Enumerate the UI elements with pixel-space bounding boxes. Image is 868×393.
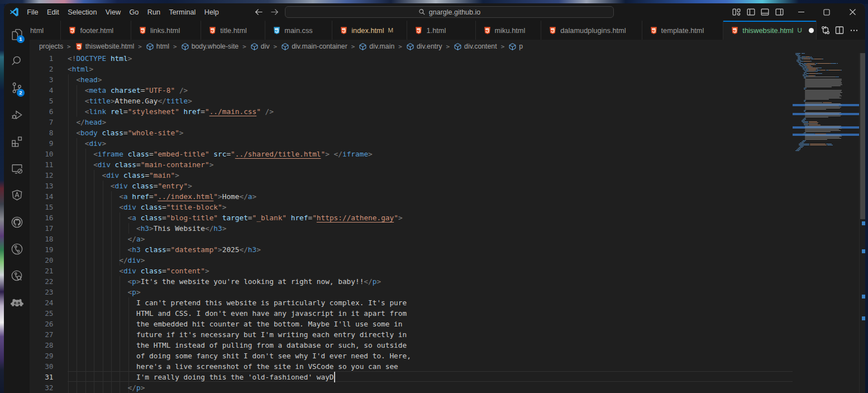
tab-label: title.html: [220, 26, 247, 35]
symbol-element-icon: [508, 42, 517, 51]
line-number: 24: [30, 297, 54, 308]
tab-footer.html[interactable]: footer.html: [61, 21, 131, 40]
activity-item-angular[interactable]: [4, 182, 30, 209]
line-number: 13: [30, 181, 54, 191]
menu-run[interactable]: Run: [143, 6, 165, 18]
split-editor-icon[interactable]: [835, 26, 844, 35]
minimap-line: [821, 68, 822, 68]
tab-template.html[interactable]: template.html: [642, 21, 724, 40]
symbol-element-icon: [281, 42, 289, 51]
tab-miku.html[interactable]: miku.html: [476, 21, 542, 40]
minimap-line: [811, 59, 813, 59]
line-number: 17: [30, 223, 54, 234]
tab-links.html[interactable]: links.html: [131, 21, 201, 40]
extensions-icon: [10, 135, 24, 149]
line-number: 20: [30, 255, 54, 266]
vscode-logo-icon[interactable]: [9, 7, 19, 17]
menu-selection[interactable]: Selection: [64, 6, 102, 18]
menu-edit[interactable]: Edit: [42, 6, 63, 18]
command-center-text: gnargle.github.io: [429, 8, 480, 16]
minimap-line: [827, 145, 833, 145]
history-navigation: [255, 3, 279, 21]
activity-item-remote-explorer[interactable]: [4, 155, 30, 182]
code-editor[interactable]: 1<!DOCTYPE html>2<html>3 <head>4 <meta c…: [30, 53, 865, 393]
line-number: 3: [30, 74, 54, 85]
tab-title.html[interactable]: title.html: [201, 21, 265, 40]
desktop-wallpaper-left: [0, 4, 4, 393]
desktop-wallpaper-right: [865, 4, 868, 393]
code-line-10: <iframe class="embed-title" src="../shar…: [68, 149, 373, 159]
minimap-line: [837, 63, 838, 64]
scrollbar-thumb[interactable]: [860, 53, 866, 219]
symbol-element-icon: [181, 42, 189, 51]
back-arrow-icon[interactable]: [255, 8, 263, 16]
tab-main.css[interactable]: main.css: [265, 21, 332, 40]
breadcrumb-item-div.entry[interactable]: div.entry: [406, 42, 442, 51]
menu-help[interactable]: Help: [200, 6, 223, 18]
overview-decoration: [862, 295, 865, 299]
line-number: 22: [30, 276, 54, 287]
activity-item-git-history[interactable]: [4, 262, 30, 289]
activity-item-search[interactable]: [4, 48, 30, 74]
activity-item-explorer[interactable]: 1: [4, 21, 30, 48]
breadcrumb-item-thiswebsite.html[interactable]: thiswebsite.html: [75, 42, 134, 51]
activity-item-godot-tools[interactable]: [4, 289, 30, 316]
breadcrumb-separator: >: [351, 43, 355, 50]
activity-item-source-control[interactable]: 2: [4, 74, 30, 101]
toggle-panel-icon[interactable]: [761, 8, 769, 16]
breadcrumb-item-div.content[interactable]: div.content: [454, 42, 497, 51]
menu-terminal[interactable]: Terminal: [165, 6, 200, 18]
line-number: 29: [30, 351, 54, 361]
overview-decoration: [862, 249, 865, 253]
command-center-search[interactable]: gnargle.github.io: [285, 6, 614, 18]
toggle-sidebar-icon[interactable]: [747, 8, 755, 16]
breadcrumb-item-p[interactable]: p: [508, 42, 523, 51]
tab-dalamudplugins.html[interactable]: dalamudplugins.html: [541, 21, 642, 40]
tab-index.html[interactable]: index.htmlM: [332, 21, 407, 40]
breadcrumb-label: div.main-container: [292, 42, 347, 50]
minimap[interactable]: [793, 53, 859, 393]
code-line-6: <link rel="stylesheet" href="../main.css…: [68, 106, 274, 117]
code-line-28: the HTML instead of pulling from a datab…: [68, 340, 407, 351]
toggle-secondary-sidebar-icon[interactable]: [775, 8, 784, 16]
symbol-element-icon: [406, 42, 414, 51]
breadcrumb-item-body.whole-site[interactable]: body.whole-site: [181, 42, 239, 51]
minimap-line: [833, 63, 836, 64]
dirty-indicator-dot[interactable]: [809, 28, 814, 33]
maximize-button[interactable]: [814, 3, 840, 21]
activity-item-git-graph[interactable]: [4, 235, 30, 262]
close-button[interactable]: [840, 3, 865, 21]
minimize-button[interactable]: [788, 3, 814, 21]
breadcrumb-separator: >: [501, 43, 505, 50]
breadcrumb-item-div[interactable]: div: [250, 42, 270, 51]
forward-arrow-icon[interactable]: [270, 8, 279, 16]
tab-html[interactable]: html: [30, 21, 61, 40]
minimap-line: [817, 71, 818, 72]
activity-item-run-debug[interactable]: [4, 101, 30, 128]
customize-layout-icon[interactable]: [732, 8, 741, 16]
code-line-31: I'm really doing this the 'old-fashioned…: [68, 372, 334, 382]
line-number: 30: [30, 361, 54, 372]
breadcrumb-item-html[interactable]: html: [146, 42, 169, 51]
code-line-14: <a href="../index.html">Home</a>: [68, 191, 256, 202]
activity-item-github[interactable]: [4, 209, 30, 235]
menu-view[interactable]: View: [101, 6, 125, 18]
menu-go[interactable]: Go: [125, 6, 143, 18]
vscode-window: FileEditSelectionViewGoRunTerminalHelp g…: [4, 3, 865, 393]
breadcrumb-item-projects[interactable]: projects: [39, 42, 63, 50]
breadcrumb-item-div.main[interactable]: div.main: [359, 42, 394, 51]
minimap-line: [805, 131, 831, 132]
line-number: 1: [30, 53, 54, 64]
breadcrumb-separator: >: [173, 43, 177, 50]
html-file-icon: [731, 26, 739, 35]
symbol-element-icon: [454, 42, 462, 51]
activity-bar: 12: [4, 21, 30, 393]
compare-changes-icon[interactable]: [821, 26, 830, 35]
menu-file[interactable]: File: [23, 6, 43, 18]
more-actions-icon[interactable]: [850, 26, 859, 35]
tab-thiswebsite.html[interactable]: thiswebsite.htmlU: [723, 21, 816, 40]
breadcrumb-item-div.main-container[interactable]: div.main-container: [281, 42, 347, 51]
minimap-line: [841, 70, 842, 70]
activity-item-extensions[interactable]: [4, 128, 30, 155]
tab-1.html[interactable]: 1.html: [407, 21, 475, 40]
